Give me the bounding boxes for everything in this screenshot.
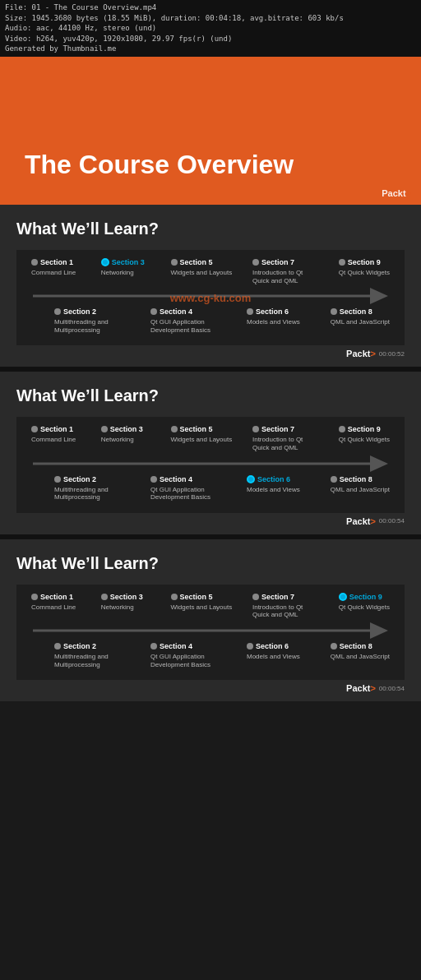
file-info-line3: Audio: aac, 44100 Hz, stereo (und)	[5, 23, 416, 34]
section-bottom-2-3: Section 8QML and JavaScript	[331, 642, 390, 668]
section-top-1-2: Section 5Widgets and Layouts	[171, 425, 233, 451]
section-top-2-4: Section 9Qt Quick Widgets	[339, 593, 390, 619]
sections-top-2: Section 1Command LineSection 3Networking…	[25, 593, 396, 619]
section-bottom-0-2: Section 6Models and Views	[247, 307, 300, 334]
panel-2: What We’ll Learn?Section 1Command LineSe…	[0, 539, 421, 701]
section-bottom-0-3: Section 8QML and JavaScript	[331, 307, 390, 334]
section-top-2-1: Section 3Networking	[101, 593, 150, 619]
file-info-line1: File: 01 - The Course Overview.mp4	[5, 2, 416, 13]
panel-0: What We’ll Learn?Section 1Command LineSe…	[0, 205, 421, 367]
file-info-bar: File: 01 - The Course Overview.mp4 Size:…	[0, 0, 421, 57]
timeline-container-0: Section 1Command LineSection 3Networking…	[16, 250, 405, 345]
section-bottom-1-1: Section 4Qt GUI Application Development …	[150, 475, 216, 502]
file-info-line5: Generated by Thumbnail.me	[5, 44, 416, 54]
section-bottom-2-1: Section 4Qt GUI Application Development …	[150, 642, 216, 668]
sections-bottom-0: Section 2Multithreading and Multiprocess…	[25, 307, 396, 334]
packt-logo-panel-0: Packt>	[346, 349, 376, 358]
section-bottom-0-1: Section 4Qt GUI Application Development …	[150, 307, 216, 334]
timeline-container-1: Section 1Command LineSection 3Networking…	[16, 417, 405, 512]
packt-logo-panel-1: Packt>	[346, 516, 376, 526]
section-bottom-0-0: Section 2Multithreading and Multiprocess…	[54, 307, 120, 334]
section-top-0-0: Section 1Command Line	[31, 258, 81, 284]
panel-title-2: What We’ll Learn?	[16, 554, 405, 573]
section-top-0-1: Section 3Networking	[101, 258, 150, 284]
section-top-1-1: Section 3Networking	[101, 425, 150, 451]
section-top-2-2: Section 5Widgets and Layouts	[171, 593, 233, 619]
timestamp-0: 00:00:52	[379, 350, 405, 358]
sections-top-0: Section 1Command LineSection 3Networking…	[25, 258, 396, 284]
file-info-line4: Video: h264, yuv420p, 1920x1080, 29.97 f…	[5, 34, 416, 44]
section-top-1-3: Section 7Introduction to Qt Quick and QM…	[252, 425, 318, 451]
section-top-0-2: Section 5Widgets and Layouts	[171, 258, 233, 284]
section-top-1-0: Section 1Command Line	[31, 425, 81, 451]
sections-bottom-1: Section 2Multithreading and Multiprocess…	[25, 475, 396, 502]
section-top-2-3: Section 7Introduction to Qt Quick and QM…	[252, 593, 318, 619]
packt-logo: Packt>	[382, 188, 411, 198]
section-bottom-1-0: Section 2Multithreading and Multiprocess…	[54, 475, 120, 502]
section-bottom-1-3: Section 8QML and JavaScript	[331, 475, 390, 502]
panel-1: What We’ll Learn?Section 1Command LineSe…	[0, 372, 421, 534]
timestamp-2: 00:00:54	[379, 685, 405, 692]
hero-section: The Course Overview Packt>	[0, 57, 421, 205]
section-bottom-2-0: Section 2Multithreading and Multiprocess…	[54, 642, 120, 668]
panel-title-0: What We’ll Learn?	[16, 220, 405, 238]
sections-bottom-2: Section 2Multithreading and Multiprocess…	[25, 642, 396, 668]
arrow-row-0	[25, 288, 396, 304]
section-bottom-2-2: Section 6Models and Views	[247, 642, 300, 668]
panel-title-1: What We’ll Learn?	[16, 386, 405, 405]
timestamp-1: 00:00:54	[379, 517, 405, 525]
sections-top-1: Section 1Command LineSection 3Networking…	[25, 425, 396, 451]
section-top-0-3: Section 7Introduction to Qt Quick and QM…	[252, 258, 318, 284]
section-bottom-1-2: Section 6Models and Views	[247, 475, 300, 502]
packt-logo-panel-2: Packt>	[346, 683, 376, 693]
arrow-row-1	[25, 455, 396, 472]
timeline-container-2: Section 1Command LineSection 3Networking…	[16, 585, 405, 680]
file-info-line2: Size: 1945.3680 bytes (18.55 MiB), durat…	[5, 13, 416, 24]
section-top-0-4: Section 9Qt Quick Widgets	[339, 258, 390, 284]
arrow-row-2	[25, 622, 396, 639]
hero-title: The Course Overview	[25, 149, 294, 180]
section-top-2-0: Section 1Command Line	[31, 593, 81, 619]
section-top-1-4: Section 9Qt Quick Widgets	[339, 425, 390, 451]
